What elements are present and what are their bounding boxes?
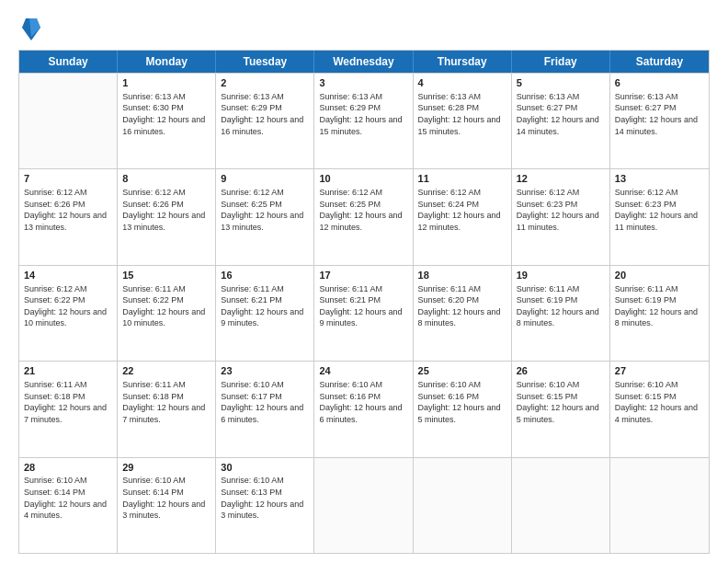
header: [18, 15, 710, 40]
day-number: 19: [517, 269, 605, 282]
calendar-cell: 1Sunrise: 6:13 AMSunset: 6:30 PMDaylight…: [118, 74, 216, 168]
calendar-cell: 30Sunrise: 6:10 AMSunset: 6:13 PMDayligh…: [216, 458, 314, 553]
sun-info: Sunrise: 6:10 AMSunset: 6:14 PMDaylight:…: [122, 475, 210, 521]
calendar-cell: 25Sunrise: 6:10 AMSunset: 6:16 PMDayligh…: [414, 362, 512, 456]
calendar-cell: 2Sunrise: 6:13 AMSunset: 6:29 PMDaylight…: [216, 74, 314, 168]
sun-info: Sunrise: 6:11 AMSunset: 6:21 PMDaylight:…: [319, 283, 407, 329]
calendar-cell: 14Sunrise: 6:12 AMSunset: 6:22 PMDayligh…: [19, 266, 118, 361]
calendar-cell: 24Sunrise: 6:10 AMSunset: 6:16 PMDayligh…: [314, 362, 413, 456]
calendar-cell: 9Sunrise: 6:12 AMSunset: 6:25 PMDaylight…: [216, 169, 314, 264]
day-number: 30: [221, 461, 309, 475]
calendar-cell: 19Sunrise: 6:11 AMSunset: 6:19 PMDayligh…: [512, 266, 610, 361]
calendar-row: 7Sunrise: 6:12 AMSunset: 6:26 PMDaylight…: [19, 168, 709, 264]
logo: [18, 15, 40, 40]
weekday-header: Saturday: [610, 51, 709, 73]
sun-info: Sunrise: 6:11 AMSunset: 6:19 PMDaylight:…: [517, 283, 605, 329]
calendar-cell: [512, 458, 610, 553]
sun-info: Sunrise: 6:12 AMSunset: 6:26 PMDaylight:…: [122, 187, 210, 233]
sun-info: Sunrise: 6:13 AMSunset: 6:27 PMDaylight:…: [615, 91, 704, 137]
calendar-row: 1Sunrise: 6:13 AMSunset: 6:30 PMDaylight…: [19, 73, 709, 168]
sun-info: Sunrise: 6:12 AMSunset: 6:25 PMDaylight:…: [319, 187, 407, 233]
day-number: 28: [24, 461, 112, 475]
day-number: 25: [418, 364, 506, 378]
sun-info: Sunrise: 6:11 AMSunset: 6:22 PMDaylight:…: [122, 283, 210, 329]
day-number: 21: [24, 364, 112, 378]
sun-info: Sunrise: 6:13 AMSunset: 6:30 PMDaylight:…: [122, 91, 210, 137]
calendar-cell: 18Sunrise: 6:11 AMSunset: 6:20 PMDayligh…: [414, 266, 512, 361]
sun-info: Sunrise: 6:12 AMSunset: 6:26 PMDaylight:…: [24, 187, 112, 233]
calendar-cell: 10Sunrise: 6:12 AMSunset: 6:25 PMDayligh…: [314, 169, 413, 264]
logo-icon: [22, 15, 40, 40]
sun-info: Sunrise: 6:13 AMSunset: 6:28 PMDaylight:…: [418, 91, 506, 137]
weekday-header: Thursday: [414, 51, 512, 73]
sun-info: Sunrise: 6:13 AMSunset: 6:27 PMDaylight:…: [517, 91, 605, 137]
calendar-cell: [19, 74, 118, 168]
calendar-row: 21Sunrise: 6:11 AMSunset: 6:18 PMDayligh…: [19, 361, 709, 456]
day-number: 27: [615, 364, 704, 378]
day-number: 3: [319, 76, 407, 90]
calendar-cell: 27Sunrise: 6:10 AMSunset: 6:15 PMDayligh…: [610, 362, 709, 456]
calendar-cell: 13Sunrise: 6:12 AMSunset: 6:23 PMDayligh…: [610, 169, 709, 264]
weekday-header: Monday: [118, 51, 216, 73]
day-number: 17: [319, 269, 407, 282]
calendar-cell: 8Sunrise: 6:12 AMSunset: 6:26 PMDaylight…: [118, 169, 216, 264]
day-number: 8: [122, 172, 210, 186]
calendar-row: 28Sunrise: 6:10 AMSunset: 6:14 PMDayligh…: [19, 457, 709, 553]
day-number: 29: [122, 461, 210, 475]
sun-info: Sunrise: 6:11 AMSunset: 6:18 PMDaylight:…: [24, 379, 112, 425]
calendar-cell: 21Sunrise: 6:11 AMSunset: 6:18 PMDayligh…: [19, 362, 118, 456]
calendar-cell: 12Sunrise: 6:12 AMSunset: 6:23 PMDayligh…: [512, 169, 610, 264]
sun-info: Sunrise: 6:11 AMSunset: 6:18 PMDaylight:…: [122, 379, 210, 425]
day-number: 1: [122, 76, 210, 90]
sun-info: Sunrise: 6:10 AMSunset: 6:17 PMDaylight:…: [221, 379, 309, 425]
day-number: 12: [517, 172, 605, 186]
sun-info: Sunrise: 6:13 AMSunset: 6:29 PMDaylight:…: [221, 91, 309, 137]
weekday-header: Sunday: [19, 51, 118, 73]
day-number: 20: [615, 269, 704, 282]
weekday-header: Tuesday: [216, 51, 314, 73]
day-number: 11: [418, 172, 506, 186]
sun-info: Sunrise: 6:10 AMSunset: 6:16 PMDaylight:…: [319, 379, 407, 425]
sun-info: Sunrise: 6:12 AMSunset: 6:23 PMDaylight:…: [517, 187, 605, 233]
day-number: 6: [615, 76, 704, 90]
calendar-cell: 7Sunrise: 6:12 AMSunset: 6:26 PMDaylight…: [19, 169, 118, 264]
day-number: 15: [122, 269, 210, 282]
sun-info: Sunrise: 6:13 AMSunset: 6:29 PMDaylight:…: [319, 91, 407, 137]
day-number: 5: [517, 76, 605, 90]
calendar-cell: 20Sunrise: 6:11 AMSunset: 6:19 PMDayligh…: [610, 266, 709, 361]
sun-info: Sunrise: 6:12 AMSunset: 6:22 PMDaylight:…: [24, 283, 112, 329]
sun-info: Sunrise: 6:10 AMSunset: 6:15 PMDaylight:…: [517, 379, 605, 425]
sun-info: Sunrise: 6:12 AMSunset: 6:23 PMDaylight:…: [615, 187, 704, 233]
sun-info: Sunrise: 6:12 AMSunset: 6:25 PMDaylight:…: [221, 187, 309, 233]
calendar-cell: 11Sunrise: 6:12 AMSunset: 6:24 PMDayligh…: [414, 169, 512, 264]
calendar-cell: 26Sunrise: 6:10 AMSunset: 6:15 PMDayligh…: [512, 362, 610, 456]
calendar-cell: 17Sunrise: 6:11 AMSunset: 6:21 PMDayligh…: [314, 266, 413, 361]
day-number: 22: [122, 364, 210, 378]
sun-info: Sunrise: 6:10 AMSunset: 6:15 PMDaylight:…: [615, 379, 704, 425]
day-number: 23: [221, 364, 309, 378]
calendar: SundayMondayTuesdayWednesdayThursdayFrid…: [18, 50, 710, 554]
sun-info: Sunrise: 6:10 AMSunset: 6:14 PMDaylight:…: [24, 475, 112, 521]
day-number: 26: [517, 364, 605, 378]
calendar-cell: 28Sunrise: 6:10 AMSunset: 6:14 PMDayligh…: [19, 458, 118, 553]
calendar-row: 14Sunrise: 6:12 AMSunset: 6:22 PMDayligh…: [19, 265, 709, 361]
calendar-cell: 6Sunrise: 6:13 AMSunset: 6:27 PMDaylight…: [610, 74, 709, 168]
day-number: 16: [221, 269, 309, 282]
sun-info: Sunrise: 6:11 AMSunset: 6:21 PMDaylight:…: [221, 283, 309, 329]
weekday-header: Friday: [512, 51, 610, 73]
day-number: 24: [319, 364, 407, 378]
day-number: 18: [418, 269, 506, 282]
calendar-cell: [414, 458, 512, 553]
day-number: 9: [221, 172, 309, 186]
sun-info: Sunrise: 6:11 AMSunset: 6:20 PMDaylight:…: [418, 283, 506, 329]
calendar-cell: [610, 458, 709, 553]
calendar-cell: 3Sunrise: 6:13 AMSunset: 6:29 PMDaylight…: [314, 74, 413, 168]
weekday-header: Wednesday: [314, 51, 413, 73]
day-number: 2: [221, 76, 309, 90]
calendar-body: 1Sunrise: 6:13 AMSunset: 6:30 PMDaylight…: [19, 73, 709, 553]
sun-info: Sunrise: 6:11 AMSunset: 6:19 PMDaylight:…: [615, 283, 704, 329]
sun-info: Sunrise: 6:12 AMSunset: 6:24 PMDaylight:…: [418, 187, 506, 233]
calendar-header: SundayMondayTuesdayWednesdayThursdayFrid…: [19, 51, 709, 73]
day-number: 7: [24, 172, 112, 186]
calendar-cell: 5Sunrise: 6:13 AMSunset: 6:27 PMDaylight…: [512, 74, 610, 168]
